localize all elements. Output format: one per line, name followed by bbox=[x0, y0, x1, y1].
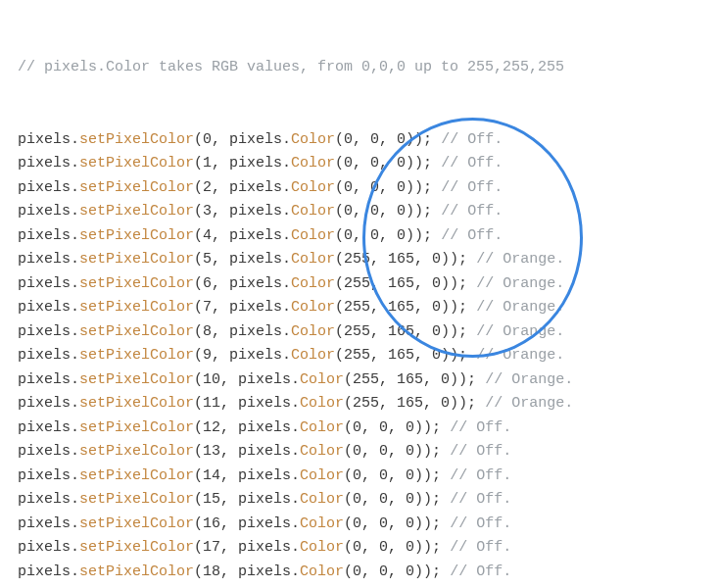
code-token-object: pixels. bbox=[229, 203, 291, 220]
code-token-function: setPixelColor bbox=[79, 467, 194, 484]
code-token-comment: // Off. bbox=[441, 539, 511, 556]
code-token-args: (0, 0, 0)); bbox=[344, 515, 441, 532]
code-token-object: pixels. bbox=[18, 323, 79, 340]
code-line: pixels.setPixelColor(18, pixels.Color(0,… bbox=[18, 561, 719, 585]
code-token-args: (0, 0, 0)); bbox=[335, 155, 432, 172]
code-token-object: pixels. bbox=[238, 443, 300, 460]
code-token-comment: // Orange. bbox=[467, 323, 564, 340]
code-token-function: setPixelColor bbox=[79, 395, 194, 412]
code-token-object: pixels. bbox=[238, 419, 300, 436]
code-token-object: pixels. bbox=[18, 275, 79, 292]
code-token-function: setPixelColor bbox=[79, 515, 194, 532]
code-token-comment: // Off. bbox=[432, 179, 503, 196]
code-token-object: pixels. bbox=[18, 395, 79, 412]
code-token-comment: // Orange. bbox=[467, 251, 564, 268]
code-token-args: (0, 0, 0)); bbox=[344, 539, 441, 556]
code-token-object: pixels. bbox=[238, 371, 300, 388]
code-line: pixels.setPixelColor(7, pixels.Color(255… bbox=[18, 296, 719, 320]
code-token-args: (0, 0, 0)); bbox=[344, 564, 441, 580]
code-token-function: setPixelColor bbox=[79, 179, 194, 196]
code-line: pixels.setPixelColor(6, pixels.Color(255… bbox=[18, 272, 719, 297]
code-token-punct: (5, bbox=[194, 251, 229, 268]
code-token-comment: // Orange. bbox=[476, 371, 573, 388]
code-token-punct: (12, bbox=[194, 419, 238, 436]
code-line: pixels.setPixelColor(8, pixels.Color(255… bbox=[18, 320, 719, 345]
code-token-object: pixels. bbox=[238, 491, 300, 508]
code-token-function: setPixelColor bbox=[79, 131, 194, 148]
code-token-object: pixels. bbox=[18, 155, 79, 172]
code-token-args: (0, 0, 0)); bbox=[344, 419, 441, 436]
code-line: pixels.setPixelColor(5, pixels.Color(255… bbox=[18, 248, 719, 272]
code-token-object: pixels. bbox=[18, 371, 79, 388]
code-token-object: pixels. bbox=[238, 395, 300, 412]
code-token-object: pixels. bbox=[18, 251, 79, 268]
code-token-args: (255, 165, 0)); bbox=[335, 275, 467, 292]
code-token-object: pixels. bbox=[229, 131, 291, 148]
code-token-function: setPixelColor bbox=[79, 491, 194, 508]
code-block: // pixels.Color takes RGB values, from 0… bbox=[18, 8, 719, 588]
code-token-function: setPixelColor bbox=[79, 443, 194, 460]
code-token-punct: (14, bbox=[194, 467, 238, 484]
code-token-object: pixels. bbox=[229, 323, 291, 340]
code-token-function: Color bbox=[300, 564, 344, 580]
code-token-args: (255, 165, 0)); bbox=[335, 347, 467, 364]
code-token-function: Color bbox=[291, 179, 335, 196]
code-token-comment: // Off. bbox=[432, 131, 503, 148]
code-token-comment: // Orange. bbox=[467, 347, 564, 364]
code-token-object: pixels. bbox=[229, 179, 291, 196]
code-line: pixels.setPixelColor(14, pixels.Color(0,… bbox=[18, 465, 719, 489]
code-token-object: pixels. bbox=[18, 179, 79, 196]
code-line: pixels.setPixelColor(17, pixels.Color(0,… bbox=[18, 536, 719, 561]
code-token-function: setPixelColor bbox=[79, 203, 194, 220]
code-line: pixels.setPixelColor(1, pixels.Color(0, … bbox=[18, 152, 719, 176]
code-token-object: pixels. bbox=[18, 515, 79, 532]
code-token-object: pixels. bbox=[229, 299, 291, 316]
code-token-object: pixels. bbox=[18, 539, 79, 556]
code-token-args: (255, 165, 0)); bbox=[344, 371, 476, 388]
code-token-function: Color bbox=[291, 227, 335, 244]
code-token-comment: // Off. bbox=[441, 564, 511, 580]
code-token-object: pixels. bbox=[238, 515, 300, 532]
code-token-punct: (15, bbox=[194, 491, 238, 508]
code-token-function: Color bbox=[300, 467, 344, 484]
code-token-function: setPixelColor bbox=[79, 275, 194, 292]
code-token-punct: (18, bbox=[194, 564, 238, 580]
code-token-object: pixels. bbox=[238, 539, 300, 556]
code-token-comment: // Orange. bbox=[467, 275, 564, 292]
code-token-function: Color bbox=[291, 275, 335, 292]
code-token-comment: // Off. bbox=[441, 491, 511, 508]
code-token-object: pixels. bbox=[18, 419, 79, 436]
code-token-function: setPixelColor bbox=[79, 419, 194, 436]
code-token-punct: (11, bbox=[194, 395, 238, 412]
code-token-args: (0, 0, 0)); bbox=[344, 443, 441, 460]
code-token-function: Color bbox=[291, 323, 335, 340]
code-token-function: Color bbox=[300, 443, 344, 460]
code-line: pixels.setPixelColor(4, pixels.Color(0, … bbox=[18, 224, 719, 249]
code-token-comment: // Off. bbox=[441, 515, 511, 532]
code-token-object: pixels. bbox=[238, 564, 300, 580]
code-token-args: (0, 0, 0)); bbox=[335, 131, 432, 148]
code-token-object: pixels. bbox=[18, 131, 79, 148]
code-token-args: (0, 0, 0)); bbox=[335, 203, 432, 220]
code-token-object: pixels. bbox=[229, 155, 291, 172]
code-token-function: Color bbox=[291, 155, 335, 172]
code-line: pixels.setPixelColor(3, pixels.Color(0, … bbox=[18, 200, 719, 224]
code-token-punct: (16, bbox=[194, 515, 238, 532]
code-token-object: pixels. bbox=[18, 347, 79, 364]
code-line: pixels.setPixelColor(15, pixels.Color(0,… bbox=[18, 488, 719, 513]
code-comment-header: // pixels.Color takes RGB values, from 0… bbox=[18, 56, 719, 80]
code-token-object: pixels. bbox=[18, 203, 79, 220]
code-line: pixels.setPixelColor(16, pixels.Color(0,… bbox=[18, 513, 719, 537]
code-token-function: setPixelColor bbox=[79, 323, 194, 340]
code-token-function: setPixelColor bbox=[79, 564, 194, 580]
code-lines-container: pixels.setPixelColor(0, pixels.Color(0, … bbox=[18, 128, 719, 589]
code-token-object: pixels. bbox=[229, 275, 291, 292]
code-token-punct: (10, bbox=[194, 371, 238, 388]
code-token-punct: (0, bbox=[194, 131, 229, 148]
code-token-args: (0, 0, 0)); bbox=[344, 467, 441, 484]
code-line: pixels.setPixelColor(10, pixels.Color(25… bbox=[18, 368, 719, 393]
code-token-comment: // Off. bbox=[432, 203, 503, 220]
code-line: pixels.setPixelColor(19, pixels.Color(0,… bbox=[18, 584, 719, 588]
code-token-punct: (17, bbox=[194, 539, 238, 556]
code-token-args: (255, 165, 0)); bbox=[335, 323, 467, 340]
